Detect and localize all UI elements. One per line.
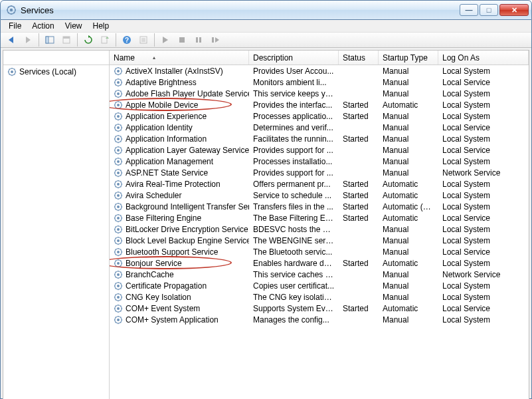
service-name-cell: Apple Mobile Device	[110, 100, 249, 110]
service-row[interactable]: ASP.NET State ServiceProvides support fo…	[110, 167, 529, 178]
service-startup-cell: Manual	[379, 66, 438, 76]
service-row[interactable]: Adaptive BrightnessMonitors ambient li..…	[110, 76, 529, 88]
service-startup-cell: Manual	[379, 293, 438, 302]
service-row[interactable]: Application InformationFacilitates the r…	[110, 133, 529, 144]
service-name-cell: Base Filtering Engine	[110, 213, 249, 223]
service-name-cell: Bonjour Service	[110, 259, 249, 268]
service-logon-cell: Local System	[438, 202, 529, 211]
service-startup-cell: Manual	[379, 146, 438, 155]
service-name-label: BranchCache	[126, 270, 174, 279]
service-row[interactable]: Base Filtering EngineThe Base Filtering …	[110, 212, 529, 223]
service-startup-cell: Automatic (D...	[379, 202, 438, 211]
service-row[interactable]: Application ExperienceProcesses applicat…	[110, 110, 529, 122]
service-description-cell: BDESVC hosts the Bit...	[249, 225, 339, 234]
service-description-cell: Manages the config...	[249, 315, 339, 325]
service-row[interactable]: Bonjour ServiceEnables hardware de...Sta…	[110, 257, 529, 269]
back-button[interactable]	[3, 33, 19, 47]
column-description[interactable]: Description	[249, 51, 339, 65]
toolbar-separator	[154, 33, 155, 47]
service-row[interactable]: CNG Key IsolationThe CNG key isolatio...…	[110, 291, 529, 303]
service-row[interactable]: Application ManagementProcesses installa…	[110, 156, 529, 167]
service-logon-cell: Local System	[438, 89, 529, 98]
service-row[interactable]: Avira Real-Time ProtectionOffers permane…	[110, 178, 529, 190]
menu-file[interactable]: File	[3, 20, 27, 32]
service-row	[110, 336, 529, 348]
service-name-label: Block Level Backup Engine Service	[126, 236, 249, 245]
menu-action[interactable]: Action	[27, 20, 59, 32]
service-row[interactable]: Block Level Backup Engine ServiceThe WBE…	[110, 235, 529, 246]
service-row[interactable]: Avira SchedulerService to schedule ...St…	[110, 190, 529, 201]
service-row[interactable]: BranchCacheThis service caches n...Manua…	[110, 269, 529, 280]
service-description-cell: Provides User Accou...	[249, 66, 339, 76]
close-button[interactable]: ✕	[499, 4, 529, 16]
service-name-label: Application Management	[126, 157, 213, 166]
menu-bar: File Action View Help	[1, 20, 531, 33]
service-name-label: CNG Key Isolation	[126, 293, 191, 302]
service-row[interactable]: COM+ Event SystemSupports System Eve...S…	[110, 303, 529, 314]
service-description-cell: The WBENGINE servi...	[249, 236, 339, 245]
right-pane: Name▴ Description Status Startup Type Lo…	[110, 51, 529, 399]
gear-icon	[114, 78, 123, 87]
export-button[interactable]	[58, 33, 74, 47]
service-logon-cell: Local System	[438, 281, 529, 291]
gear-icon	[114, 270, 123, 279]
pause-service-button[interactable]	[191, 33, 207, 47]
service-row[interactable]: COM+ System ApplicationManages the confi…	[110, 314, 529, 325]
menu-help[interactable]: Help	[88, 20, 115, 32]
service-startup-cell: Manual	[379, 112, 438, 121]
service-description-cell: The Base Filtering En...	[249, 213, 339, 223]
service-description-cell: Transfers files in the ...	[249, 202, 339, 211]
forward-button[interactable]	[20, 33, 36, 47]
service-description-cell: Provides the interfac...	[249, 100, 339, 110]
gear-icon	[7, 67, 17, 76]
service-description-cell: Provides support for ...	[249, 146, 339, 155]
maximize-button[interactable]: □	[480, 4, 498, 16]
services-list[interactable]: ActiveX Installer (AxInstSV)Provides Use…	[110, 65, 529, 399]
service-name-cell: Adaptive Brightness	[110, 78, 249, 87]
service-row[interactable]: ActiveX Installer (AxInstSV)Provides Use…	[110, 65, 529, 76]
service-name-cell: Certificate Propagation	[110, 281, 249, 291]
refresh-button[interactable]	[80, 33, 96, 47]
service-logon-cell: Local Service	[438, 213, 529, 223]
service-name-label: Base Filtering Engine	[126, 213, 201, 223]
service-logon-cell: Local Service	[438, 146, 529, 155]
service-logon-cell: Local System	[438, 100, 529, 110]
service-logon-cell: Local System	[438, 236, 529, 245]
service-startup-cell: Manual	[379, 270, 438, 279]
service-startup-cell: Manual	[379, 247, 438, 257]
properties-button[interactable]	[135, 33, 151, 47]
sort-ascending-icon: ▴	[153, 55, 155, 61]
export-list-button[interactable]	[97, 33, 113, 47]
service-status-cell: Started	[339, 191, 379, 200]
service-row[interactable]: BitLocker Drive Encryption ServiceBDESVC…	[110, 223, 529, 235]
column-log-on-as[interactable]: Log On As	[438, 51, 529, 65]
service-row[interactable]: Certificate PropagationCopies user certi…	[110, 280, 529, 291]
service-name-label: Background Intelligent Transfer Service	[126, 202, 249, 211]
service-name-cell: Application Information	[110, 134, 249, 144]
column-status[interactable]: Status	[339, 51, 379, 65]
service-logon-cell: Local System	[438, 225, 529, 234]
tree-item-services-local[interactable]: Services (Local)	[3, 65, 109, 78]
restart-service-button[interactable]	[207, 33, 223, 47]
service-row[interactable]: Bluetooth Support ServiceThe Bluetooth s…	[110, 246, 529, 257]
service-row[interactable]: Application Layer Gateway ServiceProvide…	[110, 144, 529, 156]
show-hide-tree-button[interactable]	[42, 33, 58, 47]
column-startup-type[interactable]: Startup Type	[379, 51, 438, 65]
help-button[interactable]: ?	[119, 33, 135, 47]
service-row[interactable]: Background Intelligent Transfer ServiceT…	[110, 201, 529, 212]
service-startup-cell: Manual	[379, 225, 438, 234]
stop-service-button[interactable]	[174, 33, 190, 47]
service-row[interactable]: Apple Mobile DeviceProvides the interfac…	[110, 99, 529, 110]
service-description-cell: Monitors ambient li...	[249, 78, 339, 87]
service-row[interactable]: Application IdentityDetermines and verif…	[110, 122, 529, 133]
service-status-cell: Started	[339, 180, 379, 189]
start-service-button[interactable]	[157, 33, 173, 47]
menu-view[interactable]: View	[60, 20, 88, 32]
minimize-button[interactable]: —	[460, 4, 478, 16]
left-pane-header	[3, 51, 109, 65]
column-name[interactable]: Name▴	[110, 51, 249, 65]
tree-item-label: Services (Local)	[19, 67, 76, 76]
service-row[interactable]: Adobe Flash Player Update ServiceThis se…	[110, 88, 529, 99]
service-name-label: BitLocker Drive Encryption Service	[126, 225, 248, 234]
left-pane: Services (Local)	[3, 51, 110, 399]
